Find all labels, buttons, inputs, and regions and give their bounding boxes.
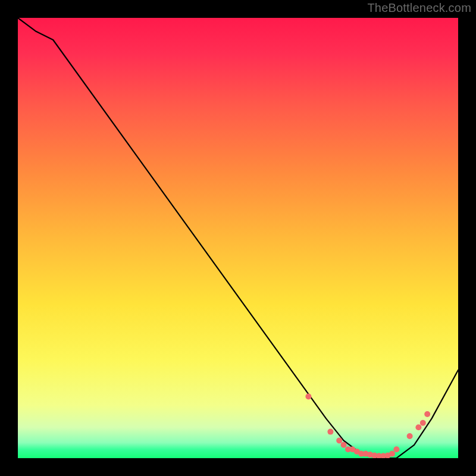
highlight-dot bbox=[389, 451, 395, 457]
attribution-label: TheBottleneck.com bbox=[367, 1, 471, 15]
highlight-dot bbox=[336, 437, 342, 443]
highlight-dot bbox=[327, 429, 333, 435]
highlight-dot bbox=[341, 442, 347, 448]
highlight-dot bbox=[393, 446, 399, 452]
highlight-dot bbox=[407, 433, 413, 439]
highlight-dot bbox=[420, 420, 426, 426]
highlight-dot bbox=[305, 393, 311, 399]
highlight-dots bbox=[305, 393, 430, 458]
plot-area bbox=[18, 18, 458, 458]
highlight-dot bbox=[415, 424, 421, 430]
chart-frame: TheBottleneck.com bbox=[0, 0, 476, 476]
bottleneck-curve bbox=[18, 18, 458, 458]
chart-svg bbox=[18, 18, 458, 458]
highlight-dot bbox=[424, 411, 430, 417]
